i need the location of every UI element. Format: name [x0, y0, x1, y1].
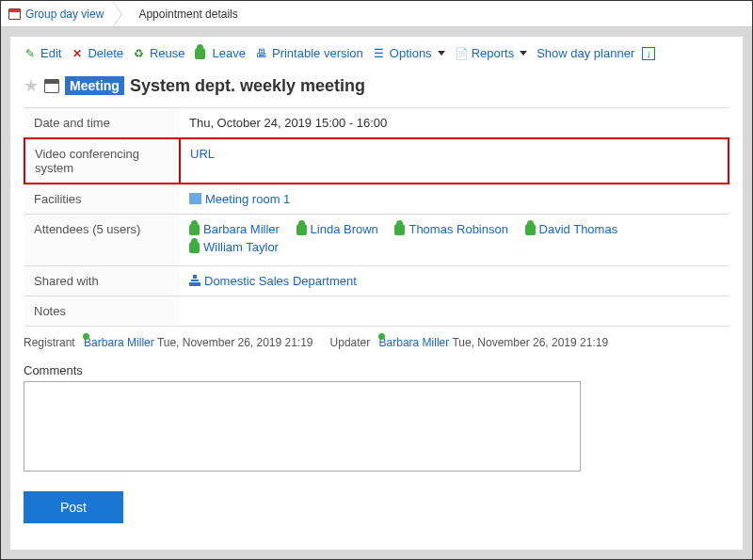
row-video-conferencing: Video conferencing system URL [24, 138, 729, 184]
comments-input[interactable] [24, 381, 581, 472]
comments-label: Comments [24, 363, 729, 377]
registrant-block: Registrant Barbara Miller Tue, November … [24, 336, 313, 350]
row-shared-with: Shared with Domestic Sales Department [24, 266, 729, 296]
user-icon [394, 224, 405, 235]
value-facilities: Meeting room 1 [180, 184, 729, 215]
reports-label: Reports [472, 46, 515, 60]
updater-user-link[interactable]: Barbara Miller [379, 336, 450, 349]
post-button[interactable]: Post [24, 491, 123, 523]
reports-button[interactable]: 📄 Reports [455, 46, 528, 60]
user-icon [189, 224, 200, 235]
edit-button[interactable]: ✎ Edit [24, 46, 61, 60]
updater-block: Updater Barbara Miller Tue, November 26,… [330, 336, 609, 350]
reuse-label: Reuse [150, 46, 185, 60]
label-datetime: Date and time [24, 108, 180, 139]
attendee-link[interactable]: Linda Brown [296, 222, 378, 236]
breadcrumb-back-label: Group day view [25, 8, 104, 21]
chevron-down-icon [520, 51, 527, 56]
leave-icon [195, 48, 205, 59]
attendee-link[interactable]: Thomas Robinson [394, 222, 508, 236]
chevron-down-icon [438, 51, 445, 56]
delete-button[interactable]: ✕ Delete [71, 46, 123, 60]
room-icon [189, 193, 201, 204]
label-shared-with: Shared with [24, 266, 180, 296]
print-icon: 🖶 [255, 47, 268, 60]
detail-table: Date and time Thu, October 24, 2019 15:0… [24, 107, 729, 327]
label-attendees: Attendees (5 users) [24, 215, 180, 266]
value-shared-with: Domestic Sales Department [180, 266, 729, 296]
options-button[interactable]: ☰ Options [373, 46, 445, 60]
breadcrumb-current-label: Appointment details [138, 8, 237, 21]
label-notes: Notes [24, 296, 180, 327]
label-facilities: Facilities [24, 184, 180, 215]
edit-icon: ✎ [24, 47, 37, 60]
row-notes: Notes [24, 296, 729, 327]
row-attendees: Attendees (5 users) Barbara Miller Linda… [24, 215, 729, 266]
attendee-link[interactable]: Barbara Miller [189, 222, 280, 236]
updater-time: Tue, November 26, 2019 21:19 [452, 336, 608, 349]
delete-icon: ✕ [71, 47, 84, 60]
leave-button[interactable]: Leave [195, 46, 246, 60]
label-video-conferencing: Video conferencing system [24, 138, 180, 184]
options-icon: ☰ [373, 47, 386, 60]
appointment-title: System dept. weekly meeting [130, 76, 365, 96]
content-backdrop: ✎ Edit ✕ Delete ♻ Reuse Leave 🖶 Prin [1, 27, 752, 559]
video-conferencing-url-link[interactable]: URL [190, 147, 215, 161]
edit-label: Edit [40, 46, 61, 60]
value-video-conferencing: URL [180, 138, 729, 184]
toolbar: ✎ Edit ✕ Delete ♻ Reuse Leave 🖶 Prin [24, 46, 729, 60]
registrant-user-link[interactable]: Barbara Miller [84, 336, 154, 349]
row-facilities: Facilities Meeting room 1 [24, 184, 729, 215]
app-window: Group day view Appointment details ✎ Edi… [0, 0, 753, 560]
detail-panel: ✎ Edit ✕ Delete ♻ Reuse Leave 🖶 Prin [10, 37, 743, 550]
attendee-link[interactable]: William Taylor [189, 240, 279, 254]
shared-with-link[interactable]: Domestic Sales Department [204, 274, 357, 288]
print-label: Printable version [272, 46, 363, 60]
download-icon: ↓ [642, 47, 655, 60]
print-button[interactable]: 🖶 Printable version [255, 46, 363, 60]
value-datetime: Thu, October 24, 2019 15:00 - 16:00 [180, 108, 729, 139]
row-datetime: Date and time Thu, October 24, 2019 15:0… [24, 108, 729, 139]
show-day-planner-label: Show day planner [537, 46, 634, 60]
user-icon [296, 224, 307, 235]
breadcrumb-current: Appointment details [121, 1, 247, 26]
facility-link[interactable]: Meeting room 1 [205, 192, 290, 206]
breadcrumb-back[interactable]: Group day view [1, 1, 113, 26]
calendar-icon [44, 79, 59, 93]
delete-label: Delete [88, 46, 123, 60]
leave-label: Leave [213, 46, 246, 60]
options-label: Options [390, 46, 432, 60]
appointment-type-badge: Meeting [65, 76, 124, 95]
title-row: ★ Meeting System dept. weekly meeting [24, 75, 729, 96]
reuse-button[interactable]: ♻ Reuse [133, 46, 185, 60]
value-notes [180, 296, 729, 327]
favorite-star-icon[interactable]: ★ [24, 75, 39, 96]
user-icon [189, 242, 200, 253]
updater-label: Updater [330, 336, 371, 349]
breadcrumb: Group day view Appointment details [1, 1, 752, 27]
registrant-time: Tue, November 26, 2019 21:19 [157, 336, 313, 349]
show-day-planner-button[interactable]: Show day planner ↓ [537, 46, 655, 60]
value-attendees: Barbara Miller Linda Brown Thomas Robins… [180, 215, 729, 266]
registrant-label: Registrant [24, 336, 75, 349]
attendee-link[interactable]: David Thomas [525, 222, 618, 236]
meta-row: Registrant Barbara Miller Tue, November … [24, 336, 729, 350]
org-icon [189, 275, 200, 286]
user-icon [525, 224, 536, 235]
calendar-icon [8, 8, 21, 20]
reuse-icon: ♻ [133, 47, 146, 60]
reports-icon: 📄 [455, 47, 468, 60]
